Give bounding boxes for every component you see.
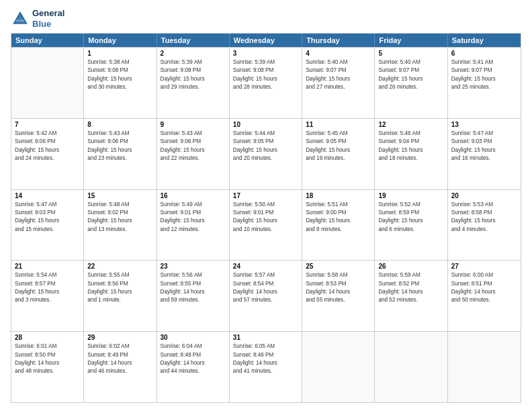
sunset-text: Sunset: 9:00 PM bbox=[306, 209, 371, 217]
sunset-text: Sunset: 8:51 PM bbox=[451, 280, 517, 288]
day-cell-13: 13Sunrise: 5:47 AMSunset: 9:03 PMDayligh… bbox=[448, 119, 521, 189]
day-cell-19: 19Sunrise: 5:52 AMSunset: 8:59 PMDayligh… bbox=[375, 190, 447, 261]
sunrise-text: Sunrise: 5:47 AM bbox=[451, 130, 517, 138]
day-cell-30: 30Sunrise: 6:04 AMSunset: 8:48 PMDayligh… bbox=[157, 332, 230, 402]
calendar-row-5: 28Sunrise: 6:01 AMSunset: 8:50 PMDayligh… bbox=[11, 331, 521, 402]
day-cell-5: 5Sunrise: 5:40 AMSunset: 9:07 PMDaylight… bbox=[375, 48, 447, 118]
day-cell-31: 31Sunrise: 6:05 AMSunset: 8:46 PMDayligh… bbox=[230, 332, 302, 402]
day-number: 26 bbox=[378, 263, 443, 270]
header-day-thursday: Thursday bbox=[302, 34, 375, 47]
day-number: 25 bbox=[306, 263, 371, 270]
sunset-text: Sunset: 9:04 PM bbox=[378, 138, 443, 146]
day-cell-26: 26Sunrise: 5:59 AMSunset: 8:52 PMDayligh… bbox=[375, 261, 447, 331]
sunrise-text: Sunrise: 5:40 AM bbox=[306, 58, 371, 66]
daylight-minutes-text: and 29 minutes. bbox=[161, 83, 226, 91]
daylight-text: Daylight: 15 hours bbox=[233, 217, 298, 225]
sunrise-text: Sunrise: 6:00 AM bbox=[451, 271, 517, 279]
day-cell-7: 7Sunrise: 5:42 AMSunset: 9:06 PMDaylight… bbox=[11, 119, 84, 189]
sunset-text: Sunset: 8:59 PM bbox=[378, 209, 443, 217]
sunrise-text: Sunrise: 5:42 AM bbox=[15, 130, 80, 138]
day-cell-17: 17Sunrise: 5:50 AMSunset: 9:01 PMDayligh… bbox=[230, 190, 302, 261]
daylight-text: Daylight: 14 hours bbox=[233, 288, 298, 296]
daylight-text: Daylight: 15 hours bbox=[161, 217, 226, 225]
daylight-minutes-text: and 59 minutes. bbox=[161, 296, 226, 304]
day-number: 3 bbox=[233, 50, 298, 57]
sunset-text: Sunset: 8:55 PM bbox=[161, 280, 226, 288]
sunset-text: Sunset: 9:01 PM bbox=[161, 209, 226, 217]
daylight-text: Daylight: 15 hours bbox=[451, 75, 517, 83]
sunset-text: Sunset: 9:08 PM bbox=[87, 66, 152, 75]
day-cell-14: 14Sunrise: 5:47 AMSunset: 9:03 PMDayligh… bbox=[11, 190, 84, 261]
daylight-minutes-text: and 27 minutes. bbox=[306, 83, 371, 91]
sunset-text: Sunset: 8:49 PM bbox=[87, 351, 152, 359]
daylight-text: Daylight: 15 hours bbox=[15, 217, 80, 225]
daylight-minutes-text: and 30 minutes. bbox=[87, 83, 152, 91]
day-number: 12 bbox=[378, 121, 443, 128]
calendar: SundayMondayTuesdayWednesdayThursdayFrid… bbox=[11, 33, 521, 403]
daylight-minutes-text: and 3 minutes. bbox=[15, 296, 80, 304]
day-number: 29 bbox=[87, 334, 152, 341]
day-number: 2 bbox=[161, 50, 226, 57]
sunset-text: Sunset: 9:08 PM bbox=[161, 66, 226, 75]
daylight-minutes-text: and 19 minutes. bbox=[306, 154, 371, 163]
logo: General Blue bbox=[11, 8, 64, 29]
day-number: 22 bbox=[87, 263, 152, 270]
header: General Blue bbox=[11, 8, 521, 29]
sunset-text: Sunset: 9:06 PM bbox=[15, 138, 80, 146]
sunset-text: Sunset: 9:06 PM bbox=[161, 138, 226, 146]
daylight-minutes-text: and 55 minutes. bbox=[306, 296, 371, 304]
day-cell-12: 12Sunrise: 5:46 AMSunset: 9:04 PMDayligh… bbox=[375, 119, 447, 189]
daylight-minutes-text: and 12 minutes. bbox=[161, 226, 226, 234]
sunrise-text: Sunrise: 5:44 AM bbox=[233, 130, 298, 138]
daylight-text: Daylight: 15 hours bbox=[378, 217, 443, 225]
page: General Blue SundayMondayTuesdayWednesda… bbox=[0, 0, 532, 411]
daylight-minutes-text: and 22 minutes. bbox=[161, 154, 226, 163]
daylight-minutes-text: and 28 minutes. bbox=[233, 83, 298, 91]
day-number: 19 bbox=[378, 192, 443, 199]
day-number: 13 bbox=[451, 121, 517, 128]
logo-text: General Blue bbox=[32, 8, 64, 29]
day-cell-25: 25Sunrise: 5:58 AMSunset: 8:53 PMDayligh… bbox=[302, 261, 375, 331]
day-number: 23 bbox=[161, 263, 226, 270]
sunrise-text: Sunrise: 5:43 AM bbox=[87, 130, 152, 138]
daylight-text: Daylight: 15 hours bbox=[306, 217, 371, 225]
day-cell-22: 22Sunrise: 5:55 AMSunset: 8:56 PMDayligh… bbox=[84, 261, 157, 331]
sunrise-text: Sunrise: 5:48 AM bbox=[87, 201, 152, 209]
daylight-minutes-text: and 24 minutes. bbox=[15, 154, 80, 163]
sunrise-text: Sunrise: 5:45 AM bbox=[306, 130, 371, 138]
sunrise-text: Sunrise: 5:57 AM bbox=[233, 271, 298, 279]
sunrise-text: Sunrise: 5:59 AM bbox=[378, 271, 443, 279]
day-cell-27: 27Sunrise: 6:00 AMSunset: 8:51 PMDayligh… bbox=[448, 261, 521, 331]
daylight-minutes-text: and 16 minutes. bbox=[451, 154, 517, 163]
day-cell-2: 2Sunrise: 5:39 AMSunset: 9:08 PMDaylight… bbox=[157, 48, 230, 118]
day-number: 8 bbox=[87, 121, 152, 128]
daylight-text: Daylight: 14 hours bbox=[161, 288, 226, 296]
calendar-row-3: 14Sunrise: 5:47 AMSunset: 9:03 PMDayligh… bbox=[11, 189, 521, 261]
sunrise-text: Sunrise: 5:56 AM bbox=[161, 271, 226, 279]
day-cell-15: 15Sunrise: 5:48 AMSunset: 9:02 PMDayligh… bbox=[84, 190, 157, 261]
sunset-text: Sunset: 8:58 PM bbox=[451, 209, 517, 217]
sunset-text: Sunset: 9:07 PM bbox=[451, 66, 517, 75]
sunset-text: Sunset: 8:52 PM bbox=[378, 280, 443, 288]
day-cell-21: 21Sunrise: 5:54 AMSunset: 8:57 PMDayligh… bbox=[11, 261, 84, 331]
daylight-minutes-text: and 23 minutes. bbox=[87, 154, 152, 163]
header-day-monday: Monday bbox=[84, 34, 157, 47]
sunrise-text: Sunrise: 5:58 AM bbox=[306, 271, 371, 279]
daylight-minutes-text: and 1 minute. bbox=[87, 296, 152, 304]
day-number: 20 bbox=[451, 192, 517, 199]
sunset-text: Sunset: 9:08 PM bbox=[233, 66, 298, 75]
daylight-text: Daylight: 15 hours bbox=[87, 75, 152, 83]
day-cell-9: 9Sunrise: 5:43 AMSunset: 9:06 PMDaylight… bbox=[157, 119, 230, 189]
sunrise-text: Sunrise: 5:47 AM bbox=[15, 201, 80, 209]
daylight-minutes-text: and 57 minutes. bbox=[233, 296, 298, 304]
daylight-minutes-text: and 15 minutes. bbox=[15, 226, 80, 234]
daylight-minutes-text: and 8 minutes. bbox=[306, 226, 371, 234]
day-cell-6: 6Sunrise: 5:41 AMSunset: 9:07 PMDaylight… bbox=[448, 48, 521, 118]
daylight-minutes-text: and 13 minutes. bbox=[87, 226, 152, 234]
day-number: 5 bbox=[378, 50, 443, 57]
day-number: 11 bbox=[306, 121, 371, 128]
daylight-text: Daylight: 15 hours bbox=[161, 146, 226, 154]
sunset-text: Sunset: 9:03 PM bbox=[451, 138, 517, 146]
header-day-saturday: Saturday bbox=[448, 34, 521, 47]
day-number: 15 bbox=[87, 192, 152, 199]
